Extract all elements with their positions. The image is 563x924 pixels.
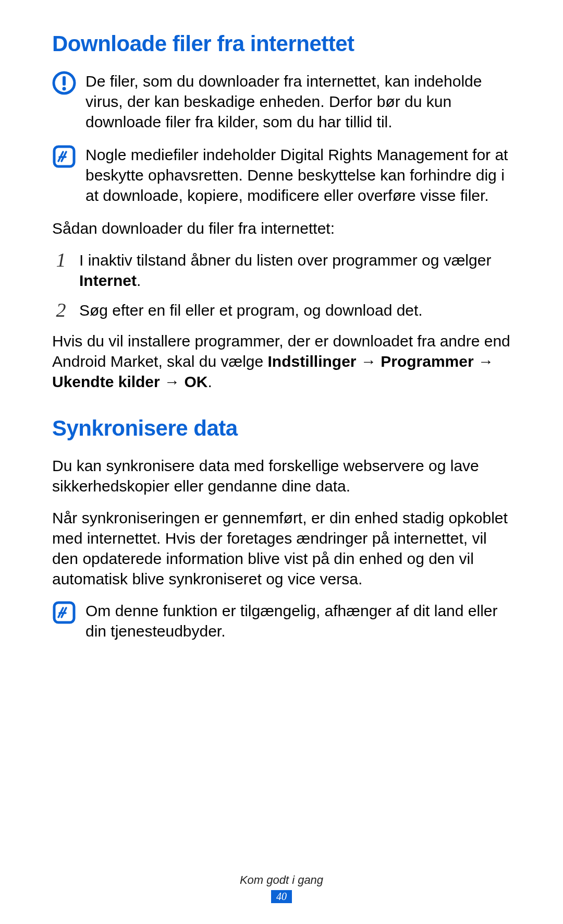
note-text-2: Om denne funktion er tilgængelig, afhæng… [85,601,511,641]
install-bold-1: Indstillinger [268,353,357,370]
step-1-main: I inaktiv tilstand åbner du listen over … [79,251,491,269]
install-bold-3: Ukendte kilder [52,373,160,390]
step-1-bold: Internet [79,272,137,289]
note-callout-1: Nogle mediefiler indeholder Digital Righ… [52,145,511,206]
install-end: . [207,373,212,390]
page-number-badge: 40 [271,890,292,903]
section-sync: Synkronisere data Du kan synkronisere da… [52,416,511,641]
steps-list: 1 I inaktiv tilstand åbner du listen ove… [52,250,511,320]
arrow-icon: → [160,373,185,390]
step-1-text: I inaktiv tilstand åbner du listen over … [79,250,511,291]
install-bold-2: Programmer [381,353,473,370]
heading-download: Downloade filer fra internettet [52,31,511,56]
download-intro: Sådan downloader du filer fra internette… [52,218,511,238]
page-footer: Kom godt i gang 40 [0,873,563,903]
step-number: 1 [52,250,70,270]
step-number: 2 [52,300,70,320]
step-1: 1 I inaktiv tilstand åbner du listen ove… [52,250,511,291]
arrow-icon: → [474,353,494,370]
sync-para-2: Når synkroniseringen er gennemført, er d… [52,508,511,589]
sync-para-1: Du kan synkronisere data med forskellige… [52,455,511,496]
warning-text: De filer, som du downloader fra internet… [85,71,511,132]
document-page: Downloade filer fra internettet De filer… [0,0,563,924]
warning-callout: De filer, som du downloader fra internet… [52,71,511,132]
step-2: 2 Søg efter en fil eller et program, og … [52,300,511,320]
install-bold-4: OK [184,373,207,390]
note-text-1: Nogle mediefiler indeholder Digital Righ… [85,145,511,206]
arrow-icon: → [357,353,381,370]
footer-section-label: Kom godt i gang [0,873,563,887]
heading-sync: Synkronisere data [52,416,511,441]
note-callout-2: Om denne funktion er tilgængelig, afhæng… [52,601,511,641]
warning-icon [52,71,76,95]
note-icon [52,601,76,625]
install-note: Hvis du vil installere programmer, der e… [52,331,511,392]
svg-point-2 [63,87,66,91]
step-2-text: Søg efter en fil eller et program, og do… [79,300,423,320]
svg-rect-1 [63,76,66,86]
step-1-end: . [137,272,141,289]
note-icon [52,145,76,169]
